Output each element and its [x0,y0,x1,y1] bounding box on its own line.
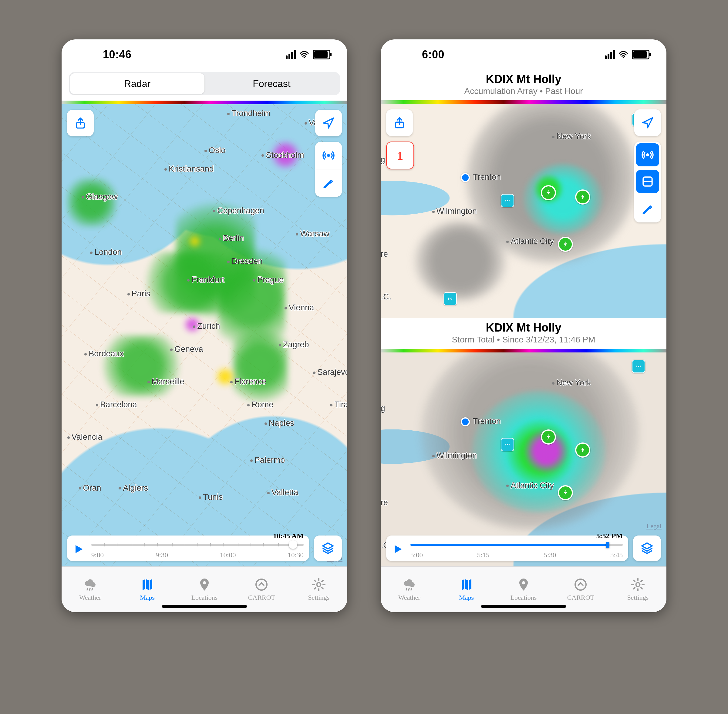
phone-left: 10:46 Radar Forecast [62,39,347,612]
lightning-pin[interactable] [558,237,573,252]
station-title: KDIX Mt Holly [387,321,660,334]
tab-label: Settings [308,594,329,602]
svg-point-15 [507,444,508,446]
tab-label: Locations [191,594,218,602]
home-indicator [481,605,566,608]
tab-settings[interactable]: Settings [290,567,347,612]
station-header-top: KDIX Mt Holly Accumulation Array • Past … [381,70,666,100]
spectrum-scale [62,100,347,104]
lightning-pin[interactable] [575,189,590,205]
svg-point-16 [522,581,525,584]
map-tools-stack [315,142,342,196]
share-button[interactable] [386,110,413,136]
lightning-pin[interactable] [575,442,590,458]
segment-forecast[interactable]: Forecast [205,74,339,94]
status-time: 6:00 [422,48,444,61]
alerts-badge-button[interactable]: 1 [386,141,414,170]
timeline-current: 5:52 PM [596,532,623,540]
timeline: 10:45 AM 9:009:3010:0010:30 [67,536,342,561]
station-pin[interactable] [444,292,457,306]
settings-icon [311,578,326,592]
maps-icon [140,578,155,592]
radar-station-button[interactable] [315,142,342,169]
home-indicator [162,605,247,608]
locations-icon [516,578,531,592]
svg-point-9 [450,298,451,299]
svg-point-17 [575,579,586,590]
settings-icon [631,578,645,592]
station-pin[interactable] [501,438,514,451]
tab-label: Maps [459,594,474,602]
timeline-mark: 5:15 [477,551,490,559]
radar-station-button-active[interactable] [636,143,659,166]
svg-point-3 [203,581,206,584]
map-view[interactable]: TrondheimVaasaOsloStockholmKristiansandG… [62,104,347,566]
wifi-icon [299,51,309,58]
lightning-pin[interactable] [541,185,556,200]
svg-point-6 [623,57,624,58]
map-pane-bottom[interactable]: New YorkTrentonWilmingtonAtlantic Cityrg… [381,352,666,566]
timeline: 5:52 PM 5:005:155:305:45 [386,536,661,561]
status-bar: 6:00 [381,39,666,70]
share-button[interactable] [67,110,94,136]
timeline-mark: 5:00 [411,551,423,559]
station-pin[interactable] [632,360,645,373]
timeline-track[interactable]: 10:45 AM 9:009:3010:0010:30 [91,539,304,559]
legal-link[interactable]: Legal [647,522,662,530]
weather-icon [83,578,97,592]
station-title: KDIX Mt Holly [387,73,660,86]
spectrum-scale [381,349,666,352]
battery-icon [313,50,330,59]
svg-point-18 [636,583,640,587]
locate-button[interactable] [634,110,661,136]
wifi-icon [618,51,628,58]
station-header-bottom: KDIX Mt Holly Storm Total • Since 3/12/2… [381,318,666,349]
tab-weather[interactable]: Weather [62,567,119,612]
lightning-pin[interactable] [541,429,556,445]
tab-label: Locations [510,594,537,602]
tab-label: Weather [398,594,420,602]
play-button[interactable] [389,541,406,558]
station-pin[interactable] [501,194,514,207]
svg-point-14 [638,366,639,367]
segment-radar[interactable]: Radar [70,74,205,94]
lightning-pin[interactable] [558,485,573,500]
locate-button[interactable] [315,110,342,136]
tab-label: Weather [79,594,101,602]
split-view-button-active[interactable] [636,170,659,193]
map-pane-top[interactable]: New YorkTrentonWilmingtonAtlantic Cityrg… [381,104,666,318]
carrot-icon [573,578,588,592]
tab-weather[interactable]: Weather [381,567,438,612]
station-subtitle: Accumulation Array • Past Hour [387,86,660,96]
eyedropper-button[interactable] [315,169,342,196]
timeline-mark: 5:30 [544,551,556,559]
svg-point-11 [647,154,649,156]
timeline-current: 10:45 AM [273,532,304,540]
svg-point-8 [507,200,508,201]
eyedropper-button[interactable] [634,195,661,222]
weather-icon [402,578,417,592]
tab-label: Settings [627,594,648,602]
timeline-mark: 9:30 [156,551,168,559]
carrot-icon [254,578,269,592]
svg-point-4 [256,579,267,590]
svg-point-2 [327,154,330,157]
signal-icon [605,50,615,59]
play-button[interactable] [70,541,87,558]
alerts-count: 1 [397,148,403,163]
layers-button[interactable] [314,536,342,561]
status-bar: 10:46 [62,39,347,70]
station-subtitle: Storm Total • Since 3/12/23, 11:46 PM [387,335,660,345]
signal-icon [286,50,296,59]
tab-settings[interactable]: Settings [609,567,666,612]
svg-point-0 [304,57,305,58]
layers-button[interactable] [633,536,661,561]
locations-icon [197,578,212,592]
phone-right: 6:00 KDIX Mt Holly Accumulation Array • … [381,39,666,612]
tab-label: Maps [140,594,155,602]
tab-label: CARROT [248,594,275,602]
svg-point-5 [317,583,320,587]
timeline-mark: 9:00 [91,551,104,559]
radar-forecast-segmented[interactable]: Radar Forecast [69,72,340,95]
timeline-track[interactable]: 5:52 PM 5:005:155:305:45 [411,539,623,559]
